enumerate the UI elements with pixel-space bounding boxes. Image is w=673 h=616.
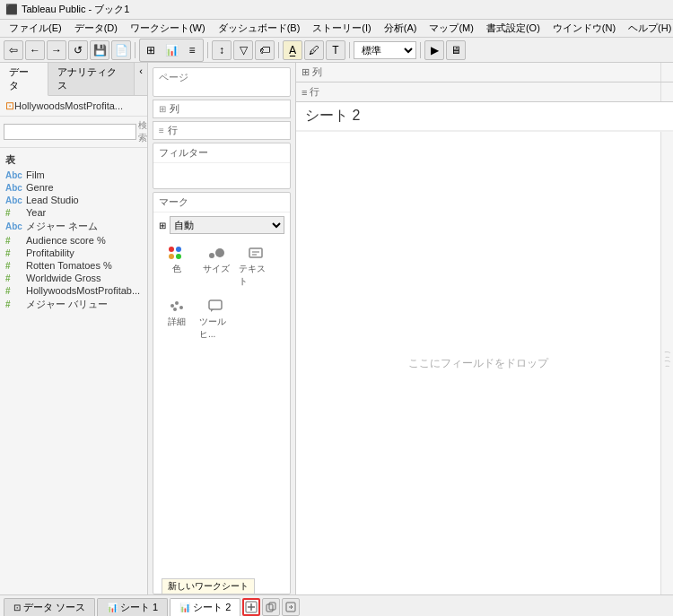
field-name-genre: Genre xyxy=(26,182,54,193)
toolbar-btn-undo[interactable]: ↺ xyxy=(68,40,88,60)
menu-map[interactable]: マップ(M) xyxy=(424,21,479,36)
field-name-measure-value: メジャー バリュー xyxy=(26,298,108,311)
standard-select[interactable]: 標準 xyxy=(354,41,416,59)
toolbar-btn-highlight[interactable]: A̲ xyxy=(283,40,302,60)
sheet1-tab-label: シート 1 xyxy=(120,601,158,614)
pages-card: ページ xyxy=(153,67,291,97)
export-sheet-btn[interactable] xyxy=(282,598,300,616)
toolbar-btn-save[interactable]: 💾 xyxy=(90,40,109,60)
right-edge: ここ xyxy=(660,132,673,594)
main-layout: データ アナリティクス ‹ ⊡ HollywoodsMostProfita...… xyxy=(0,63,673,594)
tooltip-label: ツールヒ... xyxy=(199,316,233,341)
toolbar-btn-back[interactable]: ← xyxy=(25,40,45,60)
toolbar-btn-device[interactable]: 🖥 xyxy=(446,40,466,60)
marks-text-btn[interactable]: テキスト xyxy=(236,241,275,291)
tab-data[interactable]: データ xyxy=(0,63,48,96)
columns-shelf: ⊞ 列 xyxy=(153,100,291,118)
toolbar-sep-3 xyxy=(278,42,279,58)
field-hollywoods[interactable]: # HollywoodsMostProfitab... xyxy=(0,284,147,297)
color-label: 色 xyxy=(172,263,181,275)
text-icon xyxy=(245,244,267,262)
toolbar-group-1: ⊞ 📊 ≡ xyxy=(139,39,204,62)
size-icon xyxy=(205,244,227,262)
drop-hint: ここにフィールドをドロップ xyxy=(408,356,548,371)
drop-area: ここにフィールドをドロップ xyxy=(296,132,660,594)
search-input[interactable] xyxy=(4,124,136,140)
col-shelf-label: ⊞ 列 xyxy=(296,65,660,79)
color-icon xyxy=(166,244,188,262)
tab-sheet2[interactable]: 📊 シート 2 xyxy=(170,598,240,616)
filters-label: フィルター xyxy=(153,143,290,163)
menu-data[interactable]: データ(D) xyxy=(69,21,123,36)
field-name-film: Film xyxy=(26,169,45,180)
menu-story[interactable]: ストーリー(I) xyxy=(307,21,376,36)
menu-dashboard[interactable]: ダッシュボード(B) xyxy=(213,21,306,36)
toolbar-btn-new[interactable]: 📄 xyxy=(111,40,131,60)
toolbar-sep-1 xyxy=(135,42,135,58)
new-worksheet-button[interactable] xyxy=(242,598,260,616)
field-name-profitability: Profitability xyxy=(26,247,74,258)
field-list: 表 Abc Film Abc Genre Abc Lead Studio # Y… xyxy=(0,148,147,594)
left-panel: データ アナリティクス ‹ ⊡ HollywoodsMostProfita...… xyxy=(0,63,148,594)
tabs-container: ⊡ データ ソース 📊 シート 1 📊 シート 2 xyxy=(4,598,669,616)
toolbar-btn-present[interactable]: ▶ xyxy=(424,40,444,60)
toolbar-btn-text[interactable]: T xyxy=(326,40,345,60)
marks-color-btn[interactable]: 色 xyxy=(157,241,197,291)
row-right-edge xyxy=(660,82,673,101)
field-rotten-tomatoes[interactable]: # Rotten Tomatoes % xyxy=(0,259,147,272)
field-name-rotten-tomatoes: Rotten Tomatoes % xyxy=(26,260,112,271)
menu-help[interactable]: ヘルプ(H) xyxy=(623,21,673,36)
tab-analytics[interactable]: アナリティクス xyxy=(48,63,135,95)
size-label: サイズ xyxy=(203,263,230,275)
marks-size-btn[interactable]: サイズ xyxy=(197,241,236,291)
field-worldwide-gross[interactable]: # Worldwide Gross xyxy=(0,272,147,284)
field-audience-score[interactable]: # Audience score % xyxy=(0,234,147,247)
filters-area xyxy=(153,163,290,188)
field-measure-value[interactable]: # メジャー バリュー xyxy=(0,297,147,312)
toolbar-btn-sort[interactable]: ↕ xyxy=(212,40,232,60)
tab-datasource[interactable]: ⊡ データ ソース xyxy=(4,598,95,616)
toolbar-list-btn[interactable]: ≡ xyxy=(182,40,202,60)
field-type-hash: # xyxy=(5,261,23,271)
detail-icon xyxy=(166,297,188,315)
field-profitability[interactable]: # Profitability xyxy=(0,247,147,259)
data-source-name: HollywoodsMostProfita... xyxy=(14,100,123,111)
row-shelf: ≡ 行 xyxy=(296,82,673,102)
svg-rect-9 xyxy=(209,300,222,309)
toolbar-grid-btn[interactable]: ⊞ xyxy=(141,40,161,60)
data-source: ⊡ HollywoodsMostProfita... xyxy=(0,96,147,117)
col-icon: ⊞ xyxy=(159,104,166,114)
field-year[interactable]: # Year xyxy=(0,206,147,219)
field-type-hash: # xyxy=(5,273,23,283)
field-type-abc: Abc xyxy=(5,183,23,193)
toolbar-btn-color[interactable]: 🖊 xyxy=(304,40,324,60)
toolbar-sep-4 xyxy=(349,42,350,58)
menu-window[interactable]: ウインドウ(N) xyxy=(547,21,621,36)
marks-type-select[interactable]: 自動 xyxy=(170,216,284,234)
field-name-year: Year xyxy=(26,207,46,218)
tab-sheet1[interactable]: 📊 シート 1 xyxy=(97,598,168,616)
toolbar-btn-label[interactable]: 🏷 xyxy=(255,40,275,60)
field-measure-name[interactable]: Abc メジャー ネーム xyxy=(0,219,147,234)
field-genre[interactable]: Abc Genre xyxy=(0,181,147,194)
toolbar-btn-forward[interactable]: → xyxy=(47,40,66,60)
marks-type-row: ⊞ 自動 xyxy=(159,216,284,234)
section-label-table: 表 xyxy=(0,152,147,169)
menu-worksheet[interactable]: ワークシート(W) xyxy=(125,21,211,36)
panel-collapse-btn[interactable]: ‹ xyxy=(135,63,147,95)
toolbar-btn-filter[interactable]: ▽ xyxy=(233,40,253,60)
field-leadstudio[interactable]: Abc Lead Studio xyxy=(0,194,147,206)
svg-point-1 xyxy=(215,248,224,257)
menu-format[interactable]: 書式設定(O) xyxy=(481,21,546,36)
menu-file[interactable]: ファイル(E) xyxy=(4,21,67,36)
marks-detail-btn[interactable]: 詳細 xyxy=(157,294,197,343)
toolbar-chart-btn[interactable]: 📊 xyxy=(162,40,181,60)
new-sheet-tooltip: 新しいワークシート xyxy=(162,578,255,594)
rows-shelf: ≡ 行 xyxy=(153,121,291,140)
svg-point-8 xyxy=(173,308,177,311)
marks-tooltip-btn[interactable]: ツールヒ... xyxy=(197,294,236,343)
toolbar-btn-1[interactable]: ⇦ xyxy=(4,40,23,60)
field-film[interactable]: Abc Film xyxy=(0,169,147,181)
duplicate-sheet-btn[interactable] xyxy=(262,598,280,616)
menu-analysis[interactable]: 分析(A) xyxy=(379,21,423,36)
